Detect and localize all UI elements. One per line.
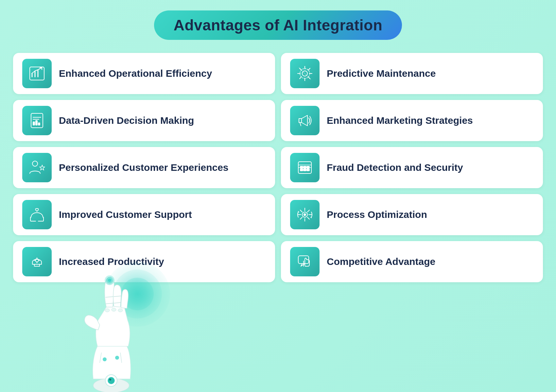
card-label-improved-customer-support: Improved Customer Support — [59, 209, 192, 220]
svg-rect-12 — [38, 123, 40, 125]
card-data-driven-decision-making: Data-Driven Decision Making — [13, 100, 275, 141]
svg-rect-11 — [36, 121, 37, 125]
svg-rect-25 — [307, 169, 309, 171]
svg-line-14 — [300, 122, 301, 126]
page-title: Advantages of AI Integration — [174, 17, 382, 34]
icon-box-improved-customer-support — [22, 200, 52, 229]
icon-box-data-driven-decision-making — [22, 106, 52, 135]
title-badge: Advantages of AI Integration — [154, 10, 402, 40]
icon-box-competitive-advantage — [290, 247, 320, 276]
svg-rect-20 — [300, 166, 303, 168]
thumbs-up-chat-icon — [296, 253, 314, 271]
icon-box-enhanced-marketing-strategies — [290, 106, 320, 135]
svg-point-46 — [112, 308, 116, 311]
document-chart-icon — [28, 111, 46, 130]
gear-arrows-icon — [296, 205, 314, 224]
card-label-personalized-customer-experiences: Personalized Customer Experiences — [59, 162, 229, 173]
svg-point-38 — [108, 377, 114, 384]
robot-hand-area — [39, 252, 203, 392]
card-label-fraud-detection-and-security: Fraud Detection and Security — [327, 162, 463, 173]
card-label-process-optimization: Process Optimization — [327, 209, 427, 220]
svg-rect-21 — [304, 166, 306, 168]
card-label-predictive-maintenance: Predictive Maintenance — [327, 68, 436, 79]
svg-point-27 — [304, 214, 306, 216]
robot-hand-svg — [59, 268, 190, 392]
advantages-grid: Enhanced Operational Efficiency Predicti… — [13, 53, 543, 255]
icon-box-predictive-maintenance — [290, 59, 320, 88]
svg-rect-22 — [307, 166, 309, 168]
card-process-optimization: Process Optimization — [281, 194, 543, 235]
svg-point-49 — [115, 356, 119, 360]
svg-point-54 — [108, 279, 111, 282]
icon-box-personalized-customer-experiences — [22, 153, 52, 182]
svg-point-48 — [103, 357, 107, 361]
icon-box-process-optimization — [290, 200, 320, 229]
card-competitive-advantage: Competitive Advantage — [281, 241, 543, 282]
svg-point-39 — [109, 379, 111, 381]
card-label-competitive-advantage: Competitive Advantage — [327, 256, 435, 268]
page-container: Advantages of AI Integration Enhanced Op… — [0, 0, 556, 392]
card-label-enhanced-operational-efficiency: Enhanced Operational Efficiency — [59, 68, 212, 79]
svg-rect-23 — [300, 169, 303, 171]
card-enhanced-marketing-strategies: Enhanced Marketing Strategies — [281, 100, 543, 141]
card-improved-customer-support: Improved Customer Support — [13, 194, 275, 235]
card-personalized-customer-experiences: Personalized Customer Experiences — [13, 147, 275, 188]
card-fraud-detection-and-security: Fraud Detection and Security — [281, 147, 543, 188]
card-label-enhanced-marketing-strategies: Enhanced Marketing Strategies — [327, 115, 473, 126]
shield-lock-icon — [296, 158, 314, 177]
svg-marker-16 — [40, 165, 45, 170]
title-wrapper: Advantages of AI Integration — [0, 0, 556, 40]
card-label-data-driven-decision-making: Data-Driven Decision Making — [59, 115, 194, 126]
icon-box-enhanced-operational-efficiency — [22, 59, 52, 88]
svg-point-45 — [105, 309, 110, 312]
card-predictive-maintenance: Predictive Maintenance — [281, 53, 543, 94]
svg-rect-24 — [304, 169, 306, 171]
chart-up-icon — [28, 64, 46, 83]
svg-point-47 — [118, 309, 123, 312]
megaphone-icon — [296, 111, 314, 130]
svg-rect-10 — [33, 122, 35, 125]
gear-scan-icon — [296, 64, 314, 83]
svg-point-15 — [32, 161, 38, 166]
icon-box-fraud-detection-and-security — [290, 153, 320, 182]
person-star-icon — [28, 158, 46, 177]
card-enhanced-operational-efficiency: Enhanced Operational Efficiency — [13, 53, 275, 94]
hands-heart-icon — [28, 205, 46, 224]
